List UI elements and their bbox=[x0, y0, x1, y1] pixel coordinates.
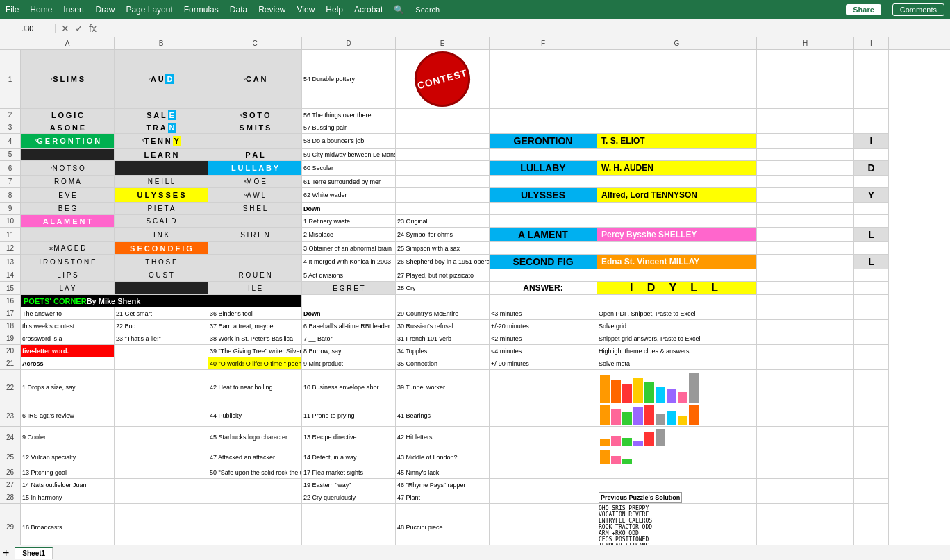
table-row: 8 E V E U L Y S S E S 9 A W L 62 White w… bbox=[0, 188, 950, 203]
theme-author-4: Percy Bysshe SHELLEY bbox=[597, 228, 757, 242]
table-row: 7 R O M A N E I L L 8 M O E 61 Terre sur… bbox=[0, 176, 950, 188]
table-row: 27 14 Nats outfielder Juan 19 Eastern "w… bbox=[0, 479, 950, 491]
sheet-tab-1[interactable]: Sheet1 bbox=[15, 547, 53, 559]
menu-draw[interactable]: Draw bbox=[95, 5, 115, 15]
menu-help[interactable]: Help bbox=[326, 5, 343, 15]
theme-author-3: Alfred, Lord TENNYSON bbox=[597, 188, 757, 203]
table-row: 26 13 Pitching goal 50 "Safe upon the so… bbox=[0, 466, 950, 479]
table-row: 20 five-letter word. 39 "The Giving Tree… bbox=[0, 345, 950, 357]
contest-stamp: CONTEST bbox=[408, 50, 476, 109]
menu-bar: File Home Insert Draw Page Layout Formul… bbox=[0, 0, 950, 19]
col-header-f[interactable]: F bbox=[490, 37, 597, 50]
cancel-icon[interactable]: ✕ bbox=[61, 23, 69, 34]
col-header-d[interactable]: D bbox=[302, 37, 396, 50]
bar-chart bbox=[599, 370, 700, 405]
table-row: 12 10 M A C E D S E C O N D F I G 3 Obta… bbox=[0, 242, 950, 255]
theme-letter-5: L bbox=[854, 255, 889, 269]
table-row: 5 L E A R N P A L 59 City midway between… bbox=[0, 149, 950, 161]
menu-data[interactable]: Data bbox=[230, 5, 247, 15]
spreadsheet-grid: 1 1 S L I M S 2 A U D 3 C A N 54 Durable… bbox=[0, 50, 950, 559]
add-sheet-button[interactable]: + bbox=[3, 547, 9, 559]
sheet-tabs: + Sheet1 bbox=[0, 545, 950, 559]
formula-icons: ✕ ✓ fx bbox=[56, 23, 102, 34]
poets-corner-header-row: 16 POETS' CORNER By Mike Shenk bbox=[0, 295, 950, 307]
theme-author-2: W. H. AUDEN bbox=[597, 161, 757, 176]
confirm-icon[interactable]: ✓ bbox=[75, 23, 83, 34]
menu-insert[interactable]: Insert bbox=[63, 5, 84, 15]
theme-letter-2: D bbox=[854, 161, 889, 176]
answer-label: ANSWER: bbox=[490, 282, 597, 295]
theme-poem-3: ULYSSES bbox=[490, 188, 597, 203]
theme-author-1: T. S. ELIOT bbox=[597, 134, 757, 149]
column-headers: A B C D E F G H I bbox=[0, 37, 950, 50]
table-row: 3 A S O N E T R A N S M I T S 57 Bussing… bbox=[0, 121, 950, 134]
table-row: 24 9 Cooler 45 Starbucks logo character … bbox=[0, 427, 950, 448]
col-header-c[interactable]: C bbox=[208, 37, 302, 50]
col-header-h[interactable]: H bbox=[757, 37, 854, 50]
search-input[interactable]: Search bbox=[415, 6, 440, 14]
table-row: 13 I R O N S T O N E T H O S E 4 It merg… bbox=[0, 255, 950, 269]
menu-home[interactable]: Home bbox=[30, 5, 52, 15]
table-row: 23 6 IRS agt.'s review 44 Publicity 11 P… bbox=[0, 405, 950, 427]
table-row: 18 this week's contest 22 Bud 37 Earn a … bbox=[0, 320, 950, 332]
fx-label: fx bbox=[89, 23, 97, 34]
table-row: 1 1 S L I M S 2 A U D 3 C A N 54 Durable… bbox=[0, 50, 950, 109]
theme-letter-3: Y bbox=[854, 188, 889, 203]
col-header-g[interactable]: G bbox=[597, 37, 757, 50]
table-row: 9 B E G P I E T A S H E L Down bbox=[0, 203, 950, 215]
table-row: 14 L I P S O U S T R O U E N 5 Act divis… bbox=[0, 269, 950, 282]
menu-file[interactable]: File bbox=[6, 5, 19, 15]
answer-value: I D Y L L bbox=[597, 282, 757, 295]
table-row: 19 crossword is a 23 "That's a lie!" 38 … bbox=[0, 332, 950, 345]
theme-poem-2: LULLABY bbox=[490, 161, 597, 176]
theme-letter-4: L bbox=[854, 228, 889, 242]
search-icon: 🔍 bbox=[394, 5, 404, 15]
bar-chart-row4 bbox=[599, 448, 633, 466]
table-row: 6 7 N O T S O L U L L A B Y 60 Secular L… bbox=[0, 161, 950, 176]
table-row: 4 5 G E R O N T I O N 6 T E N N Y 58 Do … bbox=[0, 134, 950, 149]
menu-page-layout[interactable]: Page Layout bbox=[126, 5, 172, 15]
table-row: 22 1 Drops a size, say 42 Heat to near b… bbox=[0, 370, 950, 405]
table-row: 15 L A Y I L E E G R E T 28 Cry ANSWER: … bbox=[0, 282, 950, 295]
poets-corner-subtitle: By Mike Shenk bbox=[87, 297, 141, 305]
menu-view[interactable]: View bbox=[297, 5, 315, 15]
table-row: 17 The answer to 21 Get smart 36 Binder'… bbox=[0, 307, 950, 320]
bar-chart-row2 bbox=[599, 405, 700, 426]
col-header-e[interactable]: E bbox=[396, 37, 490, 50]
col-header-i[interactable]: I bbox=[854, 37, 889, 50]
share-button[interactable]: Share bbox=[846, 4, 881, 15]
comments-button[interactable]: Comments bbox=[892, 3, 944, 16]
table-row: 10 A L A M E N T S C A L D 1 Refinery wa… bbox=[0, 215, 950, 228]
theme-poem-4: A LAMENT bbox=[490, 228, 597, 242]
table-row: 2 L O G I C S A L E 4 S O T O 56 The thi… bbox=[0, 109, 950, 121]
menu-review[interactable]: Review bbox=[258, 5, 285, 15]
table-row: 25 12 Vulcan specialty 47 Attacked an at… bbox=[0, 448, 950, 466]
table-row: 28 15 In harmony 22 Cry querulously 47 P… bbox=[0, 491, 950, 504]
bar-chart-row3 bbox=[599, 427, 667, 448]
table-row: 21 Across 40 "O world! O life! O time!" … bbox=[0, 357, 950, 370]
col-header-a[interactable]: A bbox=[21, 37, 115, 50]
cell-reference[interactable]: J30 bbox=[0, 24, 56, 33]
menu-formulas[interactable]: Formulas bbox=[184, 5, 219, 15]
formula-bar: J30 ✕ ✓ fx bbox=[0, 19, 950, 37]
poets-corner-title: POETS' CORNER bbox=[24, 297, 87, 305]
menu-acrobat[interactable]: Acrobat bbox=[354, 5, 383, 15]
previous-puzzle-title: Previous Puzzle's Solution bbox=[599, 492, 682, 503]
theme-poem-1: GERONTION bbox=[490, 134, 597, 149]
col-header-b[interactable]: B bbox=[115, 37, 208, 50]
theme-poem-5: SECOND FIG bbox=[490, 255, 597, 269]
table-row: 29 16 Broadcasts 48 Puccini piece OHO SR… bbox=[0, 504, 950, 551]
theme-letter-1: I bbox=[854, 134, 889, 149]
table-row: 11 I N K S I R E N 2 Misplace 24 Symbol … bbox=[0, 228, 950, 242]
theme-author-5: Edna St. Vincent MILLAY bbox=[597, 255, 757, 269]
